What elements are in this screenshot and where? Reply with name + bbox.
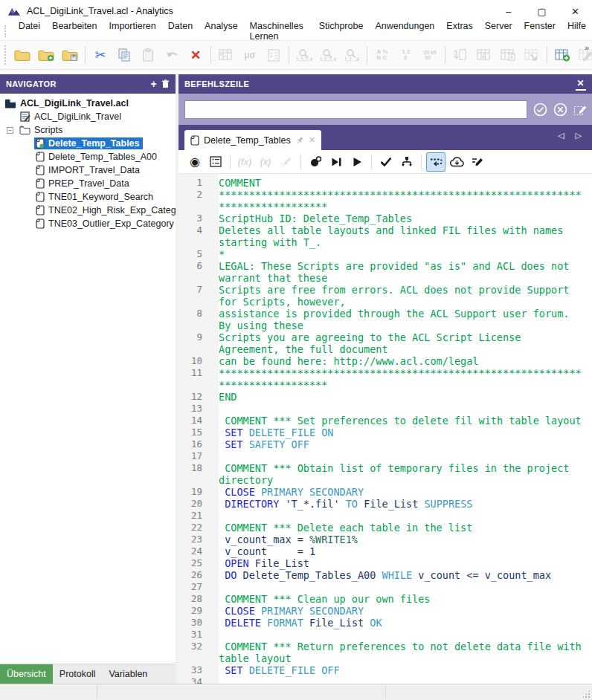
cancel-icon[interactable] (553, 102, 567, 117)
code-line[interactable]: 34 (178, 676, 592, 684)
edit-command-button[interactable] (277, 152, 296, 172)
code-line[interactable]: 14 COMMENT *** Set preferences to delete… (178, 415, 592, 427)
tab-close-icon[interactable]: ✕ (309, 135, 315, 145)
join-button[interactable] (497, 44, 519, 66)
code-line[interactable]: 24 v_count = 1 (178, 545, 592, 557)
tab-delete-temp-tables[interactable]: Delete_Temp_Tables ✕ (184, 130, 321, 150)
code-line[interactable]: 9Scripts you are agreeing to the ACL Scr… (178, 331, 592, 355)
code-line[interactable]: 32 COMMENT *** Return preferences to not… (178, 641, 592, 664)
code-line[interactable]: 17 (178, 450, 592, 462)
statistics-button[interactable]: μσ (239, 44, 261, 66)
record-script-button[interactable]: ◉ (185, 152, 205, 172)
code-line[interactable]: 23 v_count_max = %WRITE1% (178, 534, 592, 545)
script-editor[interactable]: 1COMMENT2*******************************… (178, 174, 592, 684)
verify-button[interactable] (263, 44, 285, 66)
code-line[interactable]: 3ScriptHub ID: Delete_Temp_Tables (178, 213, 592, 224)
new-project-button[interactable] (35, 44, 57, 66)
code-line[interactable]: 15 SET DELETE_FILE ON (178, 427, 592, 438)
code-line[interactable]: 2***************************************… (178, 189, 592, 213)
extract-button[interactable] (521, 44, 543, 66)
code-line[interactable]: 13 (178, 403, 592, 415)
code-line[interactable]: 33 SET DELETE_FILE OFF (178, 664, 592, 676)
tree-item-tne02-high-risk-exp-category[interactable]: TNE02_High_Risk_Exp_Category (34, 204, 176, 216)
code-line[interactable]: 8assistance is provided through the ACL … (178, 308, 592, 331)
age-button[interactable]: 30 60 90 (419, 44, 441, 66)
merge-button[interactable] (473, 44, 495, 66)
tree-item-scripts[interactable]: Scripts (18, 124, 65, 136)
nav-tab-protokoll[interactable]: Protokoll (53, 664, 103, 684)
trash-icon[interactable] (161, 80, 170, 88)
code-line[interactable]: 6LEGAL: These Scripts are provided "as i… (178, 260, 592, 284)
code-line[interactable]: 22 COMMENT *** Delete each table in the … (178, 522, 592, 534)
tree-item-delete-temp-tables-a00[interactable]: Delete_Temp_Tables_A00 (34, 151, 160, 163)
step-button[interactable] (326, 152, 346, 172)
delete-button[interactable]: ✕ (184, 44, 207, 66)
table-layout-button[interactable] (215, 44, 237, 66)
stratify-button[interactable]: 1 2 3 (395, 44, 417, 66)
pin-icon[interactable] (295, 136, 304, 145)
code-line[interactable]: 27 (178, 581, 592, 593)
run-script-button[interactable] (347, 152, 367, 172)
script-properties-button[interactable] (206, 152, 225, 172)
new-table-button[interactable] (551, 44, 573, 66)
code-line[interactable]: 30 DELETE FORMAT File_List OK (178, 617, 592, 629)
edit-table-button[interactable] (575, 44, 592, 66)
toggle-breakpoint-button[interactable] (306, 152, 325, 172)
code-line[interactable]: 11**************************************… (178, 367, 592, 391)
code-line[interactable]: 21 (178, 510, 592, 522)
copy-button[interactable] (113, 44, 135, 66)
tree-item-prep-travel-data[interactable]: PREP_Travel_Data (34, 178, 132, 189)
code-line[interactable]: 5* (178, 248, 592, 260)
tab-scroll-arrows-icon[interactable]: ◁ ▷ (558, 131, 586, 140)
code-line[interactable]: 12END (178, 391, 592, 403)
code-line[interactable]: 29 CLOSE PRIMARY SECONDARY (178, 605, 592, 617)
accept-icon[interactable] (533, 102, 547, 117)
code-line[interactable]: 10can be found here: http://www.acl.com/… (178, 355, 592, 367)
code-line[interactable]: 18 COMMENT *** Obtain list of temporary … (178, 462, 592, 486)
paste-button[interactable] (137, 44, 159, 66)
tree-item-acl-digilink-travel[interactable]: ACL_DigiLink_Travel (19, 111, 124, 123)
sequence-button[interactable]: 1,2,.,4 (341, 44, 363, 66)
command-line-close-icon[interactable]: ✕ (576, 78, 586, 91)
insert-function-button[interactable]: (fx) (235, 152, 254, 172)
edit-command-icon[interactable] (573, 102, 588, 117)
menubar-gripper[interactable] (4, 25, 8, 38)
code-line[interactable]: 25 OPEN File_List (178, 557, 592, 569)
expander-icon[interactable]: − (7, 127, 13, 134)
gaps-button[interactable]: 1,2,2,4 (317, 44, 339, 66)
toolbar-overflow-icon[interactable]: » (585, 43, 589, 52)
tree-item-tne03-outlier-exp-category[interactable]: TNE03_Outlier_Exp_Category (34, 218, 176, 230)
duplicates-button[interactable]: 1,3,2,4 (293, 44, 315, 66)
word-wrap-button[interactable] (426, 152, 445, 172)
scripthub-button[interactable] (447, 152, 466, 172)
script-hierarchy-button[interactable] (397, 152, 416, 172)
tree-item-delete-temp-tables[interactable]: Delete_Temp_Tables (34, 137, 143, 149)
toolbar-gripper[interactable] (4, 45, 6, 65)
tree-item-acl-digilink-travel-acl[interactable]: ACL_DigiLink_Travel.acl (3, 97, 132, 109)
tree-item-import-travel-data[interactable]: IMPORT_Travel_Data (34, 164, 143, 176)
code-line[interactable]: 7Scripts are free from errors. ACL does … (178, 284, 592, 308)
edit-in-hub-button[interactable] (468, 152, 487, 172)
command-input[interactable] (184, 100, 527, 119)
code-line[interactable]: 26 DO Delete_Temp_Tables_A00 WHILE v_cou… (178, 569, 592, 581)
save-project-button[interactable] (59, 44, 81, 66)
cut-button[interactable]: ✂ (89, 44, 112, 66)
code-line[interactable]: 20 DIRECTORY 'T_*.fil' TO File_List SUPP… (178, 498, 592, 510)
classify-button[interactable]: A %B C (371, 44, 393, 66)
code-line[interactable]: 1COMMENT (178, 177, 592, 189)
code-line[interactable]: 19 CLOSE PRIMARY SECONDARY (178, 486, 592, 498)
insert-variable-button[interactable]: (x) (256, 152, 275, 172)
nav-tab-übersicht[interactable]: Übersicht (0, 664, 53, 684)
resize-grip-icon[interactable] (582, 690, 591, 699)
sort-button[interactable]: AZ (449, 44, 472, 66)
nav-tab-variablen[interactable]: Variablen (102, 664, 154, 684)
undo-button[interactable] (161, 44, 183, 66)
open-project-button[interactable] (11, 44, 33, 66)
code-line[interactable]: 4Deletes all table layouts and linked FI… (178, 224, 592, 248)
add-icon[interactable]: + (150, 78, 157, 90)
tree-item-tne01-keyword-search[interactable]: TNE01_Keyword_Search (34, 191, 156, 203)
check-syntax-button[interactable] (376, 152, 396, 172)
code-line[interactable]: 16 SET SAFETY OFF (178, 438, 592, 450)
code-line[interactable]: 31 (178, 629, 592, 641)
code-line[interactable]: 28 COMMENT *** Clean up our own files (178, 593, 592, 605)
